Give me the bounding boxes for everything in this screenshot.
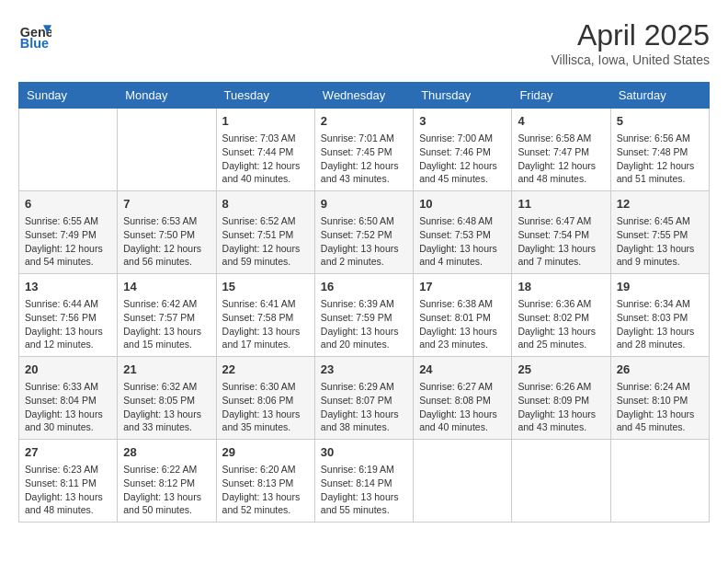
cell-info: Sunrise: 6:32 AM Sunset: 8:05 PM Dayligh… (123, 380, 210, 434)
cell-info: Sunrise: 6:30 AM Sunset: 8:06 PM Dayligh… (222, 380, 309, 434)
cell-info: Sunrise: 7:00 AM Sunset: 7:46 PM Dayligh… (419, 132, 506, 186)
day-number: 3 (419, 113, 506, 130)
cell-info: Sunrise: 7:01 AM Sunset: 7:45 PM Dayligh… (321, 132, 407, 186)
calendar-cell: 18Sunrise: 6:36 AM Sunset: 8:02 PM Dayli… (512, 274, 610, 357)
day-number: 4 (518, 113, 604, 130)
calendar-cell: 17Sunrise: 6:38 AM Sunset: 8:01 PM Dayli… (414, 274, 512, 357)
calendar-cell: 23Sunrise: 6:29 AM Sunset: 8:07 PM Dayli… (314, 357, 413, 440)
column-header-monday: Monday (118, 83, 216, 109)
day-number: 19 (617, 279, 703, 295)
cell-info: Sunrise: 7:03 AM Sunset: 7:44 PM Dayligh… (222, 132, 309, 186)
cell-info: Sunrise: 6:58 AM Sunset: 7:47 PM Dayligh… (518, 132, 604, 186)
cell-info: Sunrise: 6:41 AM Sunset: 7:58 PM Dayligh… (222, 297, 309, 351)
svg-text:Blue: Blue (20, 36, 49, 51)
calendar-cell: 7Sunrise: 6:53 AM Sunset: 7:50 PM Daylig… (118, 191, 216, 274)
cell-info: Sunrise: 6:22 AM Sunset: 8:12 PM Dayligh… (123, 463, 210, 517)
cell-info: Sunrise: 6:45 AM Sunset: 7:55 PM Dayligh… (617, 214, 703, 269)
calendar-cell (512, 440, 610, 523)
cell-info: Sunrise: 6:27 AM Sunset: 8:08 PM Dayligh… (419, 380, 506, 434)
cell-info: Sunrise: 6:55 AM Sunset: 7:49 PM Dayligh… (25, 214, 111, 269)
cell-info: Sunrise: 6:26 AM Sunset: 8:09 PM Dayligh… (518, 380, 604, 434)
cell-info: Sunrise: 6:50 AM Sunset: 7:52 PM Dayligh… (321, 214, 407, 269)
calendar-cell (414, 440, 512, 523)
calendar-cell: 28Sunrise: 6:22 AM Sunset: 8:12 PM Dayli… (118, 440, 216, 523)
calendar-cell: 2Sunrise: 7:01 AM Sunset: 7:45 PM Daylig… (314, 109, 413, 191)
cell-info: Sunrise: 6:36 AM Sunset: 8:02 PM Dayligh… (518, 297, 604, 351)
calendar-cell: 26Sunrise: 6:24 AM Sunset: 8:10 PM Dayli… (610, 357, 709, 440)
calendar-cell (118, 109, 216, 191)
cell-info: Sunrise: 6:42 AM Sunset: 7:57 PM Dayligh… (123, 297, 210, 351)
cell-info: Sunrise: 6:33 AM Sunset: 8:04 PM Dayligh… (25, 380, 111, 434)
calendar-cell: 12Sunrise: 6:45 AM Sunset: 7:55 PM Dayli… (610, 191, 709, 274)
calendar-cell: 3Sunrise: 7:00 AM Sunset: 7:46 PM Daylig… (414, 109, 512, 191)
cell-info: Sunrise: 6:38 AM Sunset: 8:01 PM Dayligh… (419, 297, 506, 351)
day-number: 27 (25, 444, 111, 461)
calendar-cell: 9Sunrise: 6:50 AM Sunset: 7:52 PM Daylig… (314, 191, 413, 274)
calendar-week-row: 13Sunrise: 6:44 AM Sunset: 7:56 PM Dayli… (19, 274, 710, 357)
day-number: 14 (123, 279, 210, 295)
cell-info: Sunrise: 6:53 AM Sunset: 7:50 PM Dayligh… (123, 214, 210, 269)
day-number: 21 (123, 362, 210, 378)
month-title: April 2025 (552, 18, 711, 52)
day-number: 12 (617, 196, 703, 213)
cell-info: Sunrise: 6:44 AM Sunset: 7:56 PM Dayligh… (25, 297, 111, 351)
day-number: 26 (617, 362, 703, 378)
day-number: 30 (321, 444, 407, 461)
column-header-wednesday: Wednesday (314, 83, 413, 109)
day-number: 24 (419, 362, 506, 378)
day-number: 28 (123, 444, 210, 461)
calendar-cell: 20Sunrise: 6:33 AM Sunset: 8:04 PM Dayli… (19, 357, 118, 440)
cell-info: Sunrise: 6:48 AM Sunset: 7:53 PM Dayligh… (419, 214, 506, 269)
column-header-friday: Friday (512, 83, 610, 109)
day-number: 10 (419, 196, 506, 213)
day-number: 7 (123, 196, 210, 213)
day-number: 17 (419, 279, 506, 295)
calendar-cell: 13Sunrise: 6:44 AM Sunset: 7:56 PM Dayli… (19, 274, 118, 357)
location-label: Villisca, Iowa, United States (552, 52, 711, 67)
cell-info: Sunrise: 6:47 AM Sunset: 7:54 PM Dayligh… (518, 214, 604, 269)
calendar-cell: 19Sunrise: 6:34 AM Sunset: 8:03 PM Dayli… (610, 274, 709, 357)
day-number: 15 (222, 279, 309, 295)
day-number: 2 (321, 113, 407, 130)
calendar-cell: 11Sunrise: 6:47 AM Sunset: 7:54 PM Dayli… (512, 191, 610, 274)
calendar-cell: 5Sunrise: 6:56 AM Sunset: 7:48 PM Daylig… (610, 109, 709, 191)
calendar-cell: 16Sunrise: 6:39 AM Sunset: 7:59 PM Dayli… (314, 274, 413, 357)
cell-info: Sunrise: 6:56 AM Sunset: 7:48 PM Dayligh… (617, 132, 703, 186)
calendar-cell: 1Sunrise: 7:03 AM Sunset: 7:44 PM Daylig… (216, 109, 314, 191)
calendar-cell: 24Sunrise: 6:27 AM Sunset: 8:08 PM Dayli… (414, 357, 512, 440)
calendar-cell: 15Sunrise: 6:41 AM Sunset: 7:58 PM Dayli… (216, 274, 314, 357)
day-number: 6 (25, 196, 111, 213)
calendar-cell (610, 440, 709, 523)
day-number: 13 (25, 279, 111, 295)
column-header-thursday: Thursday (414, 83, 512, 109)
cell-info: Sunrise: 6:24 AM Sunset: 8:10 PM Dayligh… (617, 380, 703, 434)
calendar-week-row: 27Sunrise: 6:23 AM Sunset: 8:11 PM Dayli… (19, 440, 710, 523)
cell-info: Sunrise: 6:52 AM Sunset: 7:51 PM Dayligh… (222, 214, 309, 269)
calendar-week-row: 1Sunrise: 7:03 AM Sunset: 7:44 PM Daylig… (19, 109, 710, 191)
day-number: 23 (321, 362, 407, 378)
day-number: 20 (25, 362, 111, 378)
calendar-week-row: 6Sunrise: 6:55 AM Sunset: 7:49 PM Daylig… (19, 191, 710, 274)
calendar-cell: 4Sunrise: 6:58 AM Sunset: 7:47 PM Daylig… (512, 109, 610, 191)
day-number: 1 (222, 113, 309, 130)
column-header-saturday: Saturday (610, 83, 709, 109)
calendar-table: SundayMondayTuesdayWednesdayThursdayFrid… (18, 82, 710, 523)
day-number: 5 (617, 113, 703, 130)
logo: General Blue (18, 18, 51, 52)
calendar-week-row: 20Sunrise: 6:33 AM Sunset: 8:04 PM Dayli… (19, 357, 710, 440)
calendar-cell: 6Sunrise: 6:55 AM Sunset: 7:49 PM Daylig… (19, 191, 118, 274)
calendar-cell (19, 109, 118, 191)
cell-info: Sunrise: 6:34 AM Sunset: 8:03 PM Dayligh… (617, 297, 703, 351)
calendar-cell: 22Sunrise: 6:30 AM Sunset: 8:06 PM Dayli… (216, 357, 314, 440)
calendar-cell: 27Sunrise: 6:23 AM Sunset: 8:11 PM Dayli… (19, 440, 118, 523)
calendar-header-row: SundayMondayTuesdayWednesdayThursdayFrid… (19, 83, 710, 109)
column-header-tuesday: Tuesday (216, 83, 314, 109)
calendar-cell: 10Sunrise: 6:48 AM Sunset: 7:53 PM Dayli… (414, 191, 512, 274)
cell-info: Sunrise: 6:29 AM Sunset: 8:07 PM Dayligh… (321, 380, 407, 434)
calendar-cell: 21Sunrise: 6:32 AM Sunset: 8:05 PM Dayli… (118, 357, 216, 440)
calendar-cell: 25Sunrise: 6:26 AM Sunset: 8:09 PM Dayli… (512, 357, 610, 440)
calendar-cell: 8Sunrise: 6:52 AM Sunset: 7:51 PM Daylig… (216, 191, 314, 274)
day-number: 11 (518, 196, 604, 213)
calendar-cell: 29Sunrise: 6:20 AM Sunset: 8:13 PM Dayli… (216, 440, 314, 523)
day-number: 9 (321, 196, 407, 213)
